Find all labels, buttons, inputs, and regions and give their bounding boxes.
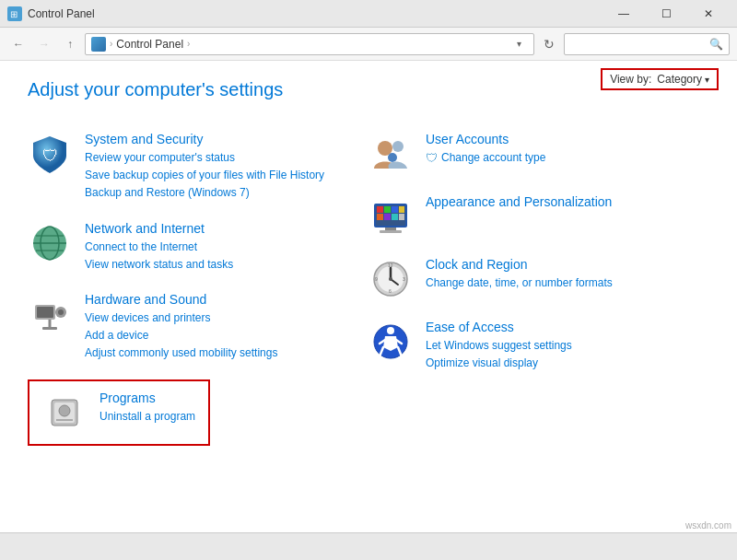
network-internet-title[interactable]: Network and Internet [85, 221, 368, 236]
category-network-internet[interactable]: Network and Internet Connect to the Inte… [28, 212, 368, 283]
svg-rect-26 [399, 206, 404, 213]
right-column: User Accounts 🛡 Change account type [368, 122, 709, 453]
svg-rect-28 [384, 214, 391, 220]
network-internet-icon [28, 221, 72, 265]
folder-icon [91, 37, 106, 52]
ease-access-content: Ease of Access Let Windows suggest setti… [426, 320, 709, 372]
titlebar-icon: ⊞ [7, 6, 22, 21]
svg-rect-29 [392, 214, 398, 220]
svg-text:9: 9 [375, 276, 378, 282]
category-system-security[interactable]: 🛡 System and Security Review your comput… [28, 122, 368, 212]
svg-point-20 [388, 153, 397, 162]
svg-point-18 [378, 141, 392, 156]
breadcrumb-text: Control Panel [116, 38, 183, 51]
category-programs[interactable]: Programs Uninstall a program [28, 379, 210, 446]
category-user-accounts[interactable]: User Accounts 🛡 Change account type [368, 122, 709, 185]
refresh-button[interactable]: ↻ [538, 33, 560, 55]
programs-content: Programs Uninstall a program [99, 391, 195, 426]
system-security-link-2[interactable]: Backup and Restore (Windows 7) [85, 184, 368, 202]
network-internet-content: Network and Internet Connect to the Inte… [85, 221, 368, 274]
svg-text:6: 6 [389, 288, 392, 294]
appearance-title[interactable]: Appearance and Personalization [426, 194, 709, 209]
clock-region-icon: 12 3 6 9 [368, 257, 413, 301]
hardware-sound-content: Hardware and Sound View devices and prin… [85, 292, 368, 363]
user-accounts-content: User Accounts 🛡 Change account type [426, 132, 709, 167]
viewby-dropdown-icon: ▾ [705, 75, 709, 85]
left-column: 🛡 System and Security Review your comput… [28, 122, 368, 453]
address-breadcrumb: › Control Panel › [91, 37, 509, 52]
user-accounts-link-0[interactable]: Change account type [441, 149, 545, 167]
system-security-content: System and Security Review your computer… [85, 132, 368, 203]
breadcrumb-separator2: › [187, 39, 190, 49]
programs-link-0[interactable]: Uninstall a program [99, 408, 195, 426]
category-ease-access[interactable]: Ease of Access Let Windows suggest setti… [368, 310, 709, 381]
user-accounts-icon [368, 132, 413, 176]
ease-link-0[interactable]: Let Windows suggest settings [426, 337, 709, 355]
svg-rect-31 [385, 228, 396, 230]
hardware-link-1[interactable]: Add a device [85, 327, 368, 344]
svg-text:3: 3 [403, 276, 405, 282]
system-security-icon: 🛡 [28, 132, 72, 176]
forward-button[interactable]: → [33, 33, 55, 55]
close-button[interactable]: ✕ [687, 0, 730, 28]
user-accounts-title[interactable]: User Accounts [426, 132, 709, 146]
titlebar: ⊞ Control Panel — ☐ ✕ [0, 0, 737, 28]
hardware-sound-icon [28, 292, 72, 336]
svg-rect-13 [42, 327, 57, 330]
ease-access-title[interactable]: Ease of Access [426, 320, 709, 334]
main-content: Adjust your computer's settings [0, 61, 737, 532]
programs-icon [42, 391, 87, 435]
category-appearance[interactable]: Appearance and Personalization [368, 185, 709, 248]
titlebar-title: Control Panel [28, 7, 602, 20]
system-security-link-0[interactable]: Review your computer's status [85, 149, 368, 167]
svg-rect-30 [399, 214, 404, 220]
svg-point-19 [392, 141, 404, 152]
network-link-0[interactable]: Connect to the Internet [85, 239, 368, 256]
hardware-link-0[interactable]: View devices and printers [85, 309, 368, 327]
svg-point-16 [59, 405, 70, 416]
search-box[interactable]: 🔍 [564, 33, 730, 55]
programs-title[interactable]: Programs [99, 391, 195, 405]
hardware-sound-title[interactable]: Hardware and Sound [85, 292, 368, 307]
system-security-link-1[interactable]: Save backup copies of your files with Fi… [85, 167, 368, 184]
ease-access-icon [368, 320, 413, 364]
back-button[interactable]: ← [7, 33, 29, 55]
search-icon: 🔍 [709, 38, 723, 51]
svg-rect-27 [377, 214, 383, 220]
up-button[interactable]: ↑ [59, 33, 81, 55]
svg-rect-25 [392, 206, 398, 213]
address-field[interactable]: › Control Panel › ▾ [85, 33, 534, 55]
svg-point-11 [58, 309, 64, 315]
svg-rect-32 [380, 230, 402, 233]
taskbar [0, 532, 737, 560]
addressbar: ← → ↑ › Control Panel › ▾ ↻ 🔍 [0, 28, 737, 61]
titlebar-controls: — ☐ ✕ [602, 0, 730, 28]
clock-link-0[interactable]: Change date, time, or number formats [426, 274, 709, 292]
svg-text:12: 12 [388, 262, 393, 268]
viewby-label: View by: [610, 73, 651, 86]
clock-region-title[interactable]: Clock and Region [426, 257, 709, 272]
network-link-1[interactable]: View network status and tasks [85, 256, 368, 274]
svg-text:⊞: ⊞ [10, 9, 18, 19]
clock-region-content: Clock and Region Change date, time, or n… [426, 257, 709, 292]
categories-grid: 🛡 System and Security Review your comput… [28, 122, 709, 453]
hardware-link-2[interactable]: Adjust commonly used mobility settings [85, 344, 368, 362]
category-clock-region[interactable]: 12 3 6 9 Clock and Region Change date, t… [368, 248, 709, 310]
ease-link-1[interactable]: Optimize visual display [426, 355, 709, 372]
programs-wrapper: Programs Uninstall a program [28, 376, 368, 449]
svg-rect-24 [384, 206, 391, 213]
maximize-button[interactable]: ☐ [645, 0, 687, 28]
svg-rect-23 [377, 206, 383, 213]
category-hardware-sound[interactable]: Hardware and Sound View devices and prin… [28, 283, 368, 372]
svg-rect-9 [37, 307, 53, 318]
address-dropdown[interactable]: ▾ [509, 33, 528, 55]
svg-text:🛡: 🛡 [42, 146, 59, 165]
viewby-value[interactable]: Category ▾ [657, 73, 709, 86]
svg-point-37 [389, 277, 392, 281]
system-security-title[interactable]: System and Security [85, 132, 368, 146]
svg-point-43 [387, 327, 394, 334]
appearance-content: Appearance and Personalization [426, 194, 709, 212]
breadcrumb-separator: › [110, 39, 112, 49]
minimize-button[interactable]: — [602, 0, 645, 28]
appearance-icon [368, 194, 413, 239]
